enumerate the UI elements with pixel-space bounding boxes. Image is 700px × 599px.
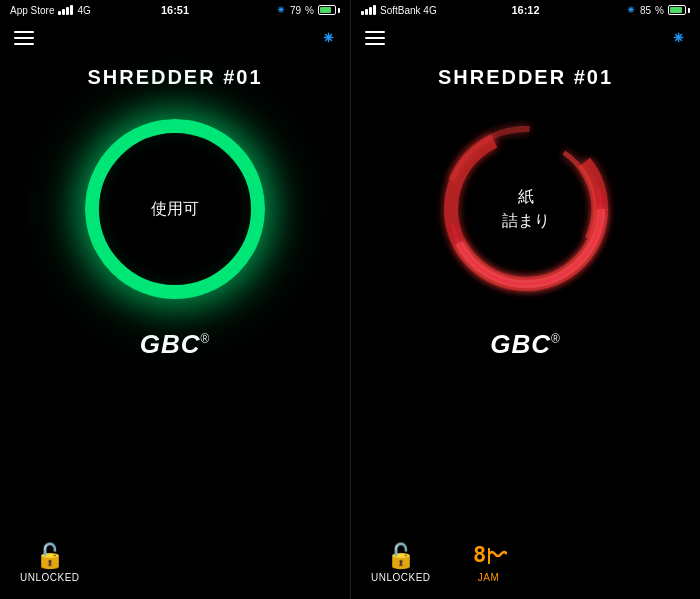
ring-container-right: 紙 詰まり [426,109,626,309]
jam-label-right: JAM [478,572,500,583]
menu-icon-left[interactable] [14,31,34,45]
right-panel: SoftBank 4G 16:12 ⁕ 85% ⁕ SHREDDER #01 [350,0,700,599]
jam-icon: 8 [471,540,507,568]
menu-icon-right[interactable] [365,31,385,45]
status-bar-left: App Store 4G 16:51 ⁕ 79% [0,0,350,20]
signal-bars-left [58,5,73,15]
jam-status-right: 8 JAM [471,540,507,583]
nav-bar-right: ⁕ [351,20,700,56]
unlocked-status-right: 🔓 UNLOCKED [371,544,431,583]
battery-pct-right: 85 [640,5,651,16]
gbc-logo-right: GBC® [490,329,561,360]
time-left: 16:51 [161,4,189,16]
network-label-right: SoftBank 4G [380,5,437,16]
status-left-right: SoftBank 4G [361,5,437,16]
device-title-right: SHREDDER #01 [438,66,613,89]
time-right: 16:12 [511,4,539,16]
bluetooth-icon-left: ⁕ [276,3,286,17]
status-right-right: ⁕ 85% [626,3,690,17]
device-title-left: SHREDDER #01 [87,66,262,89]
signal-bars-right [361,5,376,15]
gbc-logo-left: GBC® [140,329,211,360]
unlocked-status-left: 🔓 UNLOCKED [20,544,80,583]
status-right-left: ⁕ 79% [276,3,340,17]
unlock-icon-left: 🔓 [35,544,65,568]
unlock-label-left: UNLOCKED [20,572,80,583]
battery-right [668,5,690,15]
unlock-icon-right: 🔓 [386,544,416,568]
bluetooth-nav-icon-right: ⁕ [671,27,686,49]
battery-pct-left: 79 [290,5,301,16]
unlock-label-right: UNLOCKED [371,572,431,583]
ring-text-right: 紙 詰まり [502,185,550,233]
status-footer-right: 🔓 UNLOCKED 8 JAM [351,530,700,599]
appstore-label: App Store [10,5,54,16]
bluetooth-nav-icon-left: ⁕ [321,27,336,49]
svg-text:8: 8 [473,542,486,567]
main-content-right: SHREDDER #01 紙 詰まり [351,56,700,530]
ring-text-left: 使用可 [151,197,199,221]
ring-container-left: 使用可 [75,109,275,309]
battery-left [318,5,340,15]
left-panel: App Store 4G 16:51 ⁕ 79% [0,0,350,599]
status-footer-left: 🔓 UNLOCKED [0,534,350,599]
status-left-left: App Store 4G [10,5,91,16]
nav-bar-left: ⁕ [0,20,350,56]
bluetooth-icon-right: ⁕ [626,3,636,17]
status-bar-right: SoftBank 4G 16:12 ⁕ 85% [351,0,700,20]
main-content-left: SHREDDER #01 使用可 GBC® [0,56,350,534]
network-label-left: 4G [77,5,90,16]
